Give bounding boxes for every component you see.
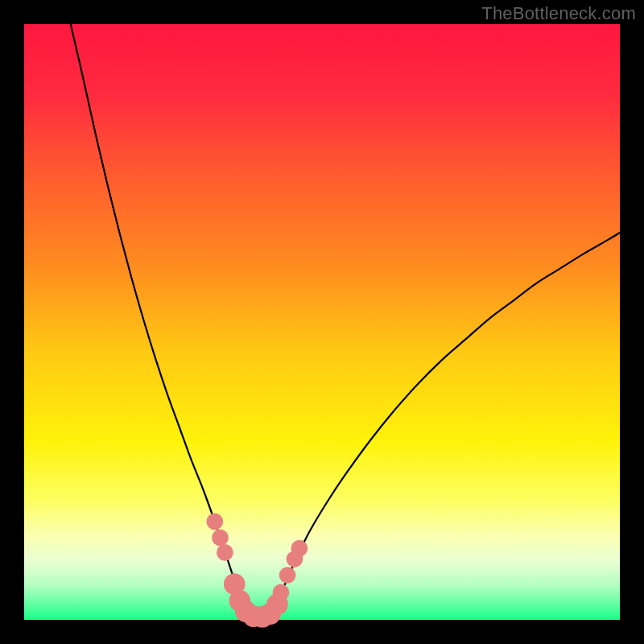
marker-dot [206,514,223,530]
marker-dot [291,540,308,557]
marker-dot [217,544,233,561]
bottleneck-chart [0,0,644,644]
marker-dot [212,530,229,547]
marker-dot [273,584,290,601]
watermark-text: TheBottleneck.com [481,3,636,24]
plot-background [24,24,620,620]
chart-container: TheBottleneck.com [0,0,644,644]
marker-dot [279,567,296,584]
